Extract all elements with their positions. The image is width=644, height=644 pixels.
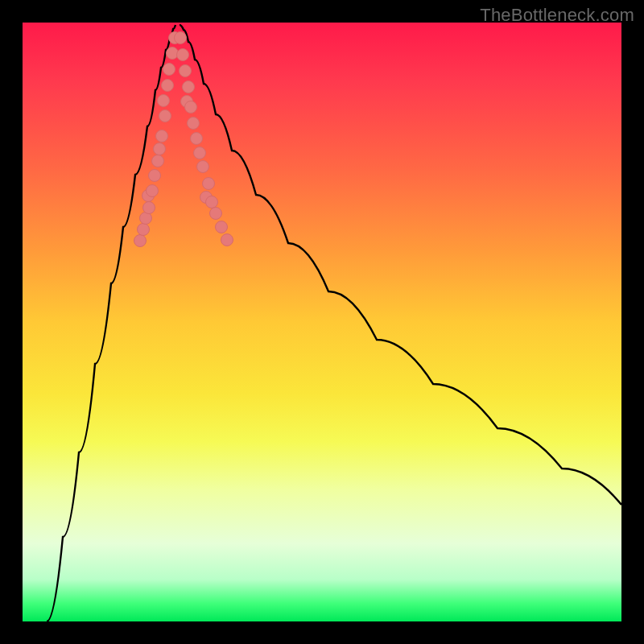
data-marker (143, 202, 155, 214)
marker-cluster-left (134, 32, 181, 247)
data-marker (210, 208, 222, 220)
chart-svg (23, 23, 621, 621)
data-marker (134, 235, 147, 247)
marker-cluster-right (175, 32, 233, 246)
data-marker (159, 110, 171, 122)
data-marker (175, 32, 187, 44)
data-marker (183, 81, 195, 93)
data-marker (180, 65, 192, 77)
data-marker (216, 221, 228, 233)
data-marker (149, 170, 161, 182)
data-marker (163, 64, 175, 76)
data-marker (138, 224, 150, 236)
data-marker (194, 147, 206, 159)
curve-group (47, 25, 621, 621)
data-marker (156, 130, 168, 142)
data-marker (188, 118, 200, 130)
data-marker (152, 155, 164, 167)
data-marker (206, 196, 218, 208)
data-marker (203, 178, 215, 190)
data-marker (185, 101, 197, 114)
data-marker (167, 47, 179, 60)
data-marker (191, 133, 203, 145)
data-marker (221, 234, 233, 246)
data-marker (154, 143, 166, 155)
plot-area (23, 23, 621, 621)
data-marker (177, 49, 189, 61)
data-marker (162, 80, 174, 92)
data-marker (158, 95, 170, 107)
data-marker (197, 161, 209, 173)
chart-canvas: TheBottleneck.com (0, 0, 644, 644)
right-curve (180, 25, 621, 505)
data-marker (147, 185, 159, 197)
left-curve (47, 25, 175, 621)
watermark-text: TheBottleneck.com (480, 5, 634, 26)
